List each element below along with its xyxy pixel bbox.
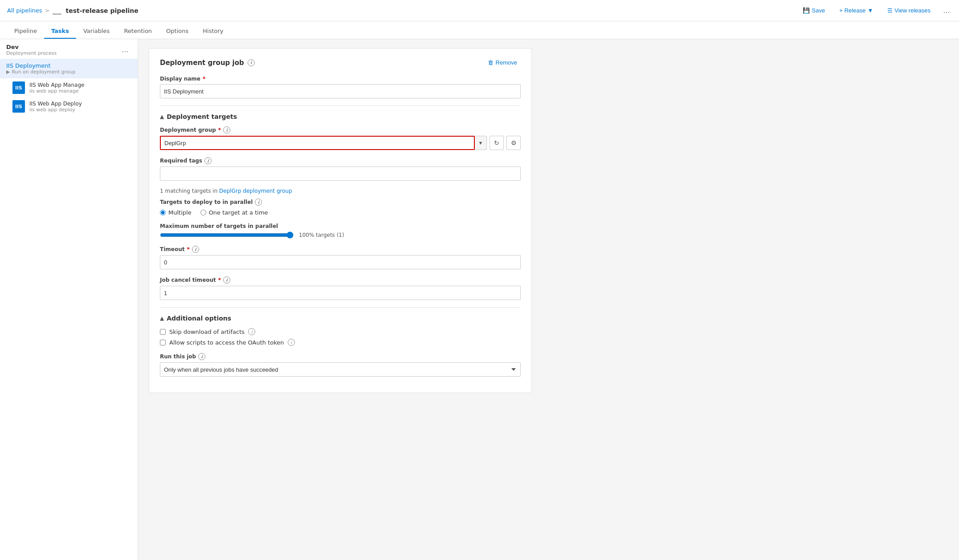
topbar-actions: 💾 Save + Release ▼ ☰ View releases …: [799, 5, 952, 16]
timeout-group: Timeout * i: [160, 246, 521, 269]
skip-download-info-icon[interactable]: i: [248, 328, 255, 335]
run-this-job-info-icon[interactable]: i: [198, 353, 205, 360]
additional-options-section[interactable]: ▲ Additional options: [160, 307, 521, 322]
required-star-2: *: [218, 127, 221, 133]
skip-download-checkbox[interactable]: [160, 329, 166, 335]
display-name-group: Display name *: [160, 76, 521, 98]
panel-title: Deployment group job i: [160, 59, 255, 67]
pipeline-name: test-release pipeline: [66, 7, 139, 14]
skip-download-group: Skip download of artifacts i Allow scrip…: [160, 328, 521, 346]
sidebar-section-header: Dev Deployment process …: [0, 39, 138, 59]
panel-title-info-icon[interactable]: i: [248, 59, 255, 66]
sidebar-section-title: Dev: [6, 44, 57, 50]
matching-targets-link[interactable]: DeplGrp deployment group: [219, 188, 292, 194]
breadcrumb: All pipelines > ⎯⎯ test-release pipeline: [7, 6, 796, 15]
save-button[interactable]: 💾 Save: [799, 5, 828, 16]
max-parallel-group: Maximum number of targets in parallel 10…: [160, 223, 521, 239]
job-cancel-timeout-info-icon[interactable]: i: [223, 276, 230, 284]
deployment-group-label: Deployment group * i: [160, 126, 521, 134]
deployment-targets-chevron: ▲: [160, 114, 164, 120]
radio-multiple[interactable]: [160, 210, 166, 215]
trash-icon: 🗑: [488, 59, 494, 66]
sub-item-sub-deploy: iis web app deploy: [29, 107, 82, 113]
run-this-job-label: Run this job i: [160, 353, 521, 360]
allow-scripts-label[interactable]: Allow scripts to access the OAuth token …: [160, 339, 521, 346]
targets-parallel-group: Targets to deploy to in parallel i Multi…: [160, 199, 521, 216]
more-options-button[interactable]: …: [941, 5, 952, 16]
sidebar-more-button[interactable]: …: [119, 45, 131, 55]
required-tags-group: Required tags i: [160, 157, 521, 181]
topbar: All pipelines > ⎯⎯ test-release pipeline…: [0, 0, 959, 21]
tab-variables[interactable]: Variables: [76, 24, 117, 39]
radio-multiple-label[interactable]: Multiple: [160, 209, 192, 216]
required-tags-info-icon[interactable]: i: [204, 157, 212, 164]
matching-targets-text: 1 matching targets in DeplGrp deployment…: [160, 188, 521, 194]
deployment-group-group: Deployment group * i ▼ ↻ ⚙: [160, 126, 521, 150]
save-icon: 💾: [803, 7, 810, 14]
job-cancel-timeout-input[interactable]: [160, 286, 521, 300]
tab-tasks[interactable]: Tasks: [44, 24, 76, 39]
slider-value-text: 100% targets (1): [299, 232, 344, 238]
deployment-group-input[interactable]: [160, 136, 475, 150]
nav-tabs: Pipeline Tasks Variables Retention Optio…: [0, 21, 959, 39]
list-icon: ☰: [887, 7, 893, 14]
tab-pipeline[interactable]: Pipeline: [7, 24, 44, 39]
timeout-label: Timeout * i: [160, 246, 521, 253]
skip-download-label[interactable]: Skip download of artifacts i: [160, 328, 521, 335]
chevron-down-icon: ▼: [867, 7, 873, 14]
sidebar-item-iis-web-app-deploy[interactable]: IIS IIS Web App Deploy iis web app deplo…: [0, 97, 138, 116]
iis-manage-icon: IIS: [12, 81, 25, 94]
sub-item-title-manage: IIS Web App Manage: [29, 82, 84, 88]
max-parallel-slider[interactable]: [160, 231, 294, 239]
display-name-label: Display name *: [160, 76, 521, 82]
allow-scripts-info-icon[interactable]: i: [288, 339, 295, 346]
remove-button[interactable]: 🗑 Remove: [484, 57, 521, 68]
deployment-targets-section[interactable]: ▲ Deployment targets: [160, 106, 521, 120]
breadcrumb-all-pipelines[interactable]: All pipelines: [7, 7, 42, 14]
sub-item-sub-manage: iis web app manage: [29, 88, 84, 94]
tab-options[interactable]: Options: [159, 24, 196, 39]
radio-one-target-label[interactable]: One target at a time: [200, 209, 268, 216]
run-this-job-select[interactable]: Only when all previous jobs have succeed…: [160, 362, 521, 377]
sidebar-item-add-button[interactable]: +: [113, 64, 120, 73]
targets-parallel-info-icon[interactable]: i: [255, 199, 262, 206]
required-tags-input[interactable]: [160, 166, 521, 181]
additional-options-chevron: ▲: [160, 315, 164, 321]
sidebar-item-sub: ▶ Run on deployment group: [6, 69, 113, 75]
display-name-input[interactable]: [160, 84, 521, 98]
breadcrumb-separator: >: [45, 7, 50, 14]
deployment-group-dropdown-button[interactable]: ▼: [475, 136, 487, 150]
tab-retention[interactable]: Retention: [117, 24, 159, 39]
sidebar: Dev Deployment process … IIS Deployment …: [0, 39, 138, 560]
required-star: *: [203, 76, 205, 82]
sidebar-section-sub: Deployment process: [6, 50, 57, 56]
run-this-job-group: Run this job i Only when all previous jo…: [160, 353, 521, 377]
tab-history[interactable]: History: [196, 24, 230, 39]
sidebar-item-iis-deployment[interactable]: IIS Deployment ▶ Run on deployment group…: [0, 59, 138, 78]
deployment-group-settings-button[interactable]: ⚙: [506, 136, 521, 150]
parallel-radio-group: Multiple One target at a time: [160, 209, 521, 216]
deployment-group-info-icon[interactable]: i: [223, 126, 230, 134]
content-area: Deployment group job i 🗑 Remove Display …: [138, 39, 959, 560]
timeout-input[interactable]: [160, 255, 521, 269]
radio-one-target[interactable]: [200, 210, 206, 215]
run-icon: ▶: [6, 69, 10, 75]
sub-item-title-deploy: IIS Web App Deploy: [29, 101, 82, 107]
sidebar-item-menu-button[interactable]: ⋮: [122, 64, 131, 73]
targets-parallel-label: Targets to deploy to in parallel i: [160, 199, 521, 206]
deployment-group-refresh-button[interactable]: ↻: [490, 136, 504, 150]
sidebar-item-title: IIS Deployment: [6, 62, 113, 69]
required-tags-label: Required tags i: [160, 157, 521, 164]
job-cancel-timeout-group: Job cancel timeout * i: [160, 276, 521, 300]
required-star-4: *: [218, 277, 221, 283]
release-button[interactable]: + Release ▼: [836, 5, 877, 16]
plus-icon: +: [839, 7, 843, 14]
view-releases-button[interactable]: ☰ View releases: [884, 5, 934, 16]
required-star-3: *: [187, 246, 189, 252]
pipeline-icon: ⎯⎯: [53, 6, 61, 15]
timeout-info-icon[interactable]: i: [192, 246, 199, 253]
allow-scripts-checkbox[interactable]: [160, 340, 166, 345]
sidebar-item-iis-web-app-manage[interactable]: IIS IIS Web App Manage iis web app manag…: [0, 78, 138, 97]
job-cancel-timeout-label: Job cancel timeout * i: [160, 276, 521, 284]
form-panel: Deployment group job i 🗑 Remove Display …: [149, 48, 532, 393]
